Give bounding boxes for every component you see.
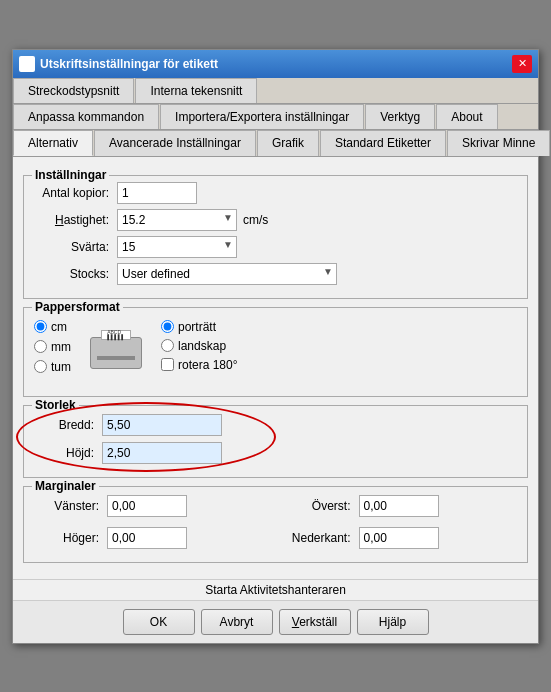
close-button[interactable]: ✕ — [512, 55, 532, 73]
tab-about[interactable]: About — [436, 104, 497, 129]
tabs-row-3: Alternativ Avancerade Inställningar Graf… — [13, 130, 538, 157]
hastighet-unit: cm/s — [243, 213, 268, 227]
bredd-input[interactable] — [102, 414, 222, 436]
installningar-title: Inställningar — [32, 168, 109, 182]
överst-row: Överst: — [286, 495, 518, 517]
tab-skrivar-minne[interactable]: Skrivar Minne — [447, 130, 550, 156]
window-icon: 🖨 — [19, 56, 35, 72]
orientation-portrait-label: porträtt — [178, 320, 216, 334]
main-window: 🖨 Utskriftsinställningar för etikett ✕ S… — [12, 49, 539, 644]
antal-kopior-row: Antal kopior: — [34, 182, 517, 204]
tab-standard-etiketter[interactable]: Standard Etiketter — [320, 130, 446, 156]
antal-kopior-label: Antal kopior: — [34, 186, 109, 200]
vänster-input[interactable] — [107, 495, 187, 517]
unit-mm-radio[interactable] — [34, 340, 47, 353]
help-button[interactable]: Hjälp — [357, 609, 429, 635]
tabs-row-1: Streckodstypsnitt Interna tekensnitt — [13, 78, 538, 104]
orientation-landscape-label: landskap — [178, 339, 226, 353]
svarta-row: Svärta: 15 — [34, 236, 517, 258]
unit-radio-group: cm mm tum — [34, 320, 71, 374]
höger-label: Höger: — [34, 531, 99, 545]
storlek-group: Storlek Bredd: Höjd: — [23, 405, 528, 478]
tab-avancerade[interactable]: Avancerade Inställningar — [94, 130, 256, 156]
tab-verktyg[interactable]: Verktyg — [365, 104, 435, 129]
höjd-input[interactable] — [102, 442, 222, 464]
installningar-group: Inställningar Antal kopior: Hastighet: 1… — [23, 175, 528, 299]
tab-anpassa-kommandon[interactable]: Anpassa kommandon — [13, 104, 159, 129]
svarta-label: Svärta: — [34, 240, 109, 254]
stocks-select[interactable]: User defined — [117, 263, 337, 285]
printer-paper: ABCD▌▌▌▌▌ — [101, 330, 131, 340]
cancel-button[interactable]: Avbryt — [201, 609, 273, 635]
vänster-label: Vänster: — [34, 499, 99, 513]
antal-kopior-input[interactable] — [117, 182, 197, 204]
unit-cm-radio[interactable] — [34, 320, 47, 333]
unit-tum-radio[interactable] — [34, 360, 47, 373]
orientation-rotate-label: rotera 180° — [178, 358, 238, 372]
tab-grafik[interactable]: Grafik — [257, 130, 319, 156]
ok-button[interactable]: OK — [123, 609, 195, 635]
svarta-select[interactable]: 15 — [117, 236, 237, 258]
tab-interna-tekensnitt[interactable]: Interna tekensnitt — [135, 78, 257, 103]
orientation-portrait-row: porträtt — [161, 320, 238, 334]
orientation-rotate-row: rotera 180° — [161, 358, 238, 372]
button-bar: OK Avbryt Verkställ Hjälp — [13, 600, 538, 643]
titlebar: 🖨 Utskriftsinställningar för etikett ✕ — [13, 50, 538, 78]
unit-mm-row: mm — [34, 340, 71, 354]
marginaler-grid: Vänster: Överst: Höger: Nederkant: — [34, 495, 517, 554]
apply-button[interactable]: Verkställ — [279, 609, 351, 635]
höger-row: Höger: — [34, 527, 266, 549]
pappersformat-title: Pappersformat — [32, 300, 123, 314]
storlek-title: Storlek — [32, 398, 79, 412]
orientation-portrait-radio[interactable] — [161, 320, 174, 333]
marginaler-title: Marginaler — [32, 479, 99, 493]
höjd-row: Höjd: — [34, 442, 517, 464]
höjd-label: Höjd: — [34, 446, 94, 460]
tab-streckodstypsnitt[interactable]: Streckodstypsnitt — [13, 78, 134, 103]
orientation-landscape-radio[interactable] — [161, 339, 174, 352]
pappersformat-group: Pappersformat cm mm tum — [23, 307, 528, 397]
vänster-row: Vänster: — [34, 495, 266, 517]
status-text: Starta Aktivitetshanteraren — [205, 583, 346, 597]
unit-mm-label: mm — [51, 340, 71, 354]
unit-cm-label: cm — [51, 320, 67, 334]
storlek-ellipse-wrapper: Bredd: Höjd: — [34, 414, 517, 464]
stocks-row: Stocks: User defined — [34, 263, 517, 285]
tab-importera-exportera[interactable]: Importera/Exportera inställningar — [160, 104, 364, 129]
orientation-landscape-row: landskap — [161, 339, 238, 353]
printer-slot — [97, 356, 135, 360]
nederkant-row: Nederkant: — [286, 527, 518, 549]
window-title: Utskriftsinställningar för etikett — [40, 57, 218, 71]
unit-cm-row: cm — [34, 320, 71, 334]
bredd-label: Bredd: — [34, 418, 94, 432]
tabs-row-2: Anpassa kommandon Importera/Exportera in… — [13, 104, 538, 130]
höger-input[interactable] — [107, 527, 187, 549]
printer-icon: ABCD▌▌▌▌▌ — [81, 318, 151, 388]
nederkant-label: Nederkant: — [286, 531, 351, 545]
stocks-label: Stocks: — [34, 267, 109, 281]
tab-alternativ[interactable]: Alternativ — [13, 130, 93, 156]
orientation-group: porträtt landskap rotera 180° — [161, 320, 238, 372]
unit-tum-row: tum — [34, 360, 71, 374]
överst-input[interactable] — [359, 495, 439, 517]
marginaler-group: Marginaler Vänster: Överst: Höger: Neder… — [23, 486, 528, 563]
printer-body: ABCD▌▌▌▌▌ — [90, 337, 142, 369]
överst-label: Överst: — [286, 499, 351, 513]
unit-tum-label: tum — [51, 360, 71, 374]
hastighet-row: Hastighet: 15.2 cm/s — [34, 209, 517, 231]
hastighet-select[interactable]: 15.2 — [117, 209, 237, 231]
main-content: Inställningar Antal kopior: Hastighet: 1… — [13, 157, 538, 579]
bredd-row: Bredd: — [34, 414, 517, 436]
orientation-rotate-checkbox[interactable] — [161, 358, 174, 371]
status-bar: Starta Aktivitetshanteraren — [13, 579, 538, 600]
nederkant-input[interactable] — [359, 527, 439, 549]
hastighet-label: Hastighet: — [34, 213, 109, 227]
